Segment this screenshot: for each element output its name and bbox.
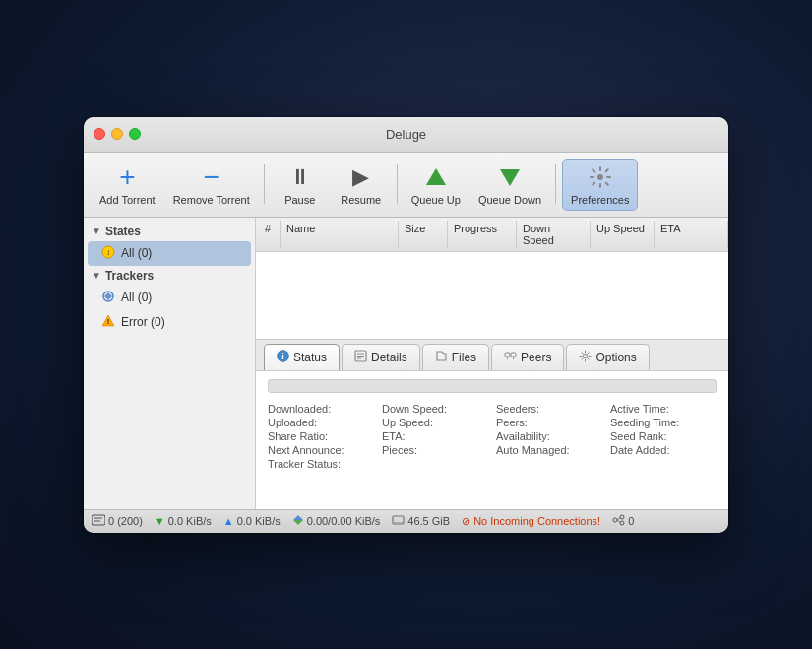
states-section-header[interactable]: ▼ States [84, 222, 255, 241]
all-icon: ↕ [101, 245, 115, 262]
options-tab-icon [579, 350, 592, 365]
right-panel: # Name Size Progress Down Speed Up Speed… [256, 218, 728, 509]
traffic-lights [94, 128, 141, 140]
preferences-button[interactable]: Preferences [562, 159, 638, 211]
tab-details[interactable]: Details [342, 344, 420, 370]
down-icon: ▼ [155, 515, 165, 527]
up-speed-label: Up Speed: [382, 417, 488, 428]
active-time-label: Active Time: [610, 403, 717, 415]
status-bar-dht: 0 [612, 514, 634, 528]
torrent-list[interactable]: # Name Size Progress Down Speed Up Speed… [256, 218, 728, 340]
trackers-error-icon: ! [101, 314, 115, 331]
torrent-table-header: # Name Size Progress Down Speed Up Speed… [256, 218, 728, 252]
col-up-speed: Up Speed [591, 221, 655, 248]
close-button[interactable] [94, 128, 105, 140]
col-progress: Progress [448, 221, 517, 248]
status-row-times: Active Time: Seeding Time: Seed Rank: Da… [610, 403, 717, 470]
files-tab-icon [435, 350, 448, 365]
options-tab-label: Options [595, 351, 636, 364]
free-space-value: 46.5 GiB [407, 515, 450, 527]
connection-warning: No Incoming Connections! [473, 515, 600, 527]
col-hash: # [256, 221, 281, 248]
toolbar-separator-3 [555, 164, 556, 204]
peers-tab-label: Peers [521, 351, 551, 364]
pause-button[interactable]: ⏸ Pause [271, 160, 330, 210]
status-bar-up: ▲ 0.0 KiB/s [223, 515, 281, 527]
add-torrent-icon: + [113, 163, 141, 191]
sidebar-item-all[interactable]: ↕ All (0) [88, 241, 251, 266]
svg-point-29 [613, 518, 617, 522]
transfer-value: 0.00/0.00 KiB/s [307, 515, 381, 527]
title-bar: Deluge [84, 117, 728, 153]
toolbar-separator-2 [397, 164, 398, 204]
torrent-rows [256, 252, 728, 340]
status-row-downloaded: Downloaded: Uploaded: Share Ratio: Next … [268, 403, 374, 470]
status-bar-connection: ⊘ No Incoming Connections! [462, 515, 600, 528]
down-speed-label: Down Speed: [382, 403, 488, 415]
seed-rank-label: Seed Rank: [610, 430, 717, 442]
svg-rect-17 [505, 353, 510, 357]
peers-label: Peers: [496, 417, 602, 428]
queue-up-button[interactable]: Queue Up [404, 160, 468, 210]
window-title: Deluge [386, 127, 426, 142]
svg-point-31 [620, 521, 624, 525]
remove-torrent-button[interactable]: − Remove Torrent [165, 160, 258, 210]
trackers-error-label: Error (0) [121, 315, 165, 329]
queue-down-icon [496, 163, 524, 191]
status-bar-free-space: 46.5 GiB [392, 514, 450, 528]
tab-files[interactable]: Files [422, 344, 489, 370]
tab-options[interactable]: Options [566, 344, 649, 370]
share-ratio-label: Share Ratio: [268, 430, 374, 442]
date-added-label: Date Added: [610, 444, 717, 456]
resume-icon: ▶ [347, 163, 375, 191]
tab-peers[interactable]: Peers [491, 344, 564, 370]
eta-label: ETA: [382, 430, 488, 442]
disk-icon [392, 514, 405, 528]
status-bar-torrents: 0 (200) [92, 514, 143, 528]
queue-down-label: Queue Down [478, 194, 541, 206]
svg-marker-26 [293, 520, 303, 525]
transfer-icon [292, 514, 304, 528]
col-down-speed: Down Speed [517, 221, 591, 248]
svg-point-2 [597, 174, 603, 180]
status-bar-transfer: 0.00/0.00 KiB/s [292, 514, 381, 528]
status-row-peers: Seeders: Peers: Availability: Auto Manag… [496, 403, 602, 470]
trackers-arrow-icon: ▼ [92, 270, 101, 281]
sidebar-item-trackers-all[interactable]: All (0) [84, 286, 255, 310]
status-row-speeds: Down Speed: Up Speed: ETA: Pieces: [382, 403, 488, 470]
preferences-label: Preferences [571, 194, 629, 206]
queue-down-button[interactable]: Queue Down [470, 160, 549, 210]
pause-icon: ⏸ [286, 163, 314, 191]
preferences-icon [587, 163, 614, 191]
up-icon: ▲ [223, 515, 234, 527]
svg-marker-0 [426, 168, 446, 185]
add-torrent-button[interactable]: + Add Torrent [92, 160, 163, 210]
maximize-button[interactable] [129, 128, 141, 140]
add-torrent-label: Add Torrent [99, 194, 156, 206]
seeding-time-label: Seeding Time: [610, 417, 717, 428]
progress-bar-container [268, 379, 717, 393]
svg-point-21 [584, 355, 588, 358]
trackers-section-header[interactable]: ▼ Trackers [84, 266, 255, 286]
torrents-icon [92, 514, 105, 528]
dht-icon [612, 514, 625, 528]
next-announce-label: Next Announce: [268, 444, 374, 456]
main-content: ▼ States ↕ All (0) ▼ Trackers [84, 218, 728, 509]
tracker-status-label: Tracker Status: [268, 458, 374, 470]
svg-rect-28 [394, 522, 403, 523]
toolbar: + Add Torrent − Remove Torrent ⏸ Pause ▶… [84, 153, 728, 218]
resume-button[interactable]: ▶ Resume [332, 160, 391, 210]
col-name: Name [281, 221, 399, 248]
queue-up-icon [422, 163, 450, 191]
down-speed-value: 0.0 KiB/s [168, 515, 212, 527]
sidebar: ▼ States ↕ All (0) ▼ Trackers [84, 218, 256, 509]
minimize-button[interactable] [111, 128, 123, 140]
states-label: States [105, 225, 141, 238]
sidebar-item-trackers-error[interactable]: ! Error (0) [84, 310, 255, 335]
svg-rect-22 [92, 515, 105, 525]
states-arrow-icon: ▼ [92, 226, 101, 236]
status-grid: Downloaded: Uploaded: Share Ratio: Next … [268, 403, 717, 470]
tab-status[interactable]: i Status [264, 344, 340, 370]
dht-count: 0 [628, 515, 634, 527]
pieces-label: Pieces: [382, 444, 488, 456]
